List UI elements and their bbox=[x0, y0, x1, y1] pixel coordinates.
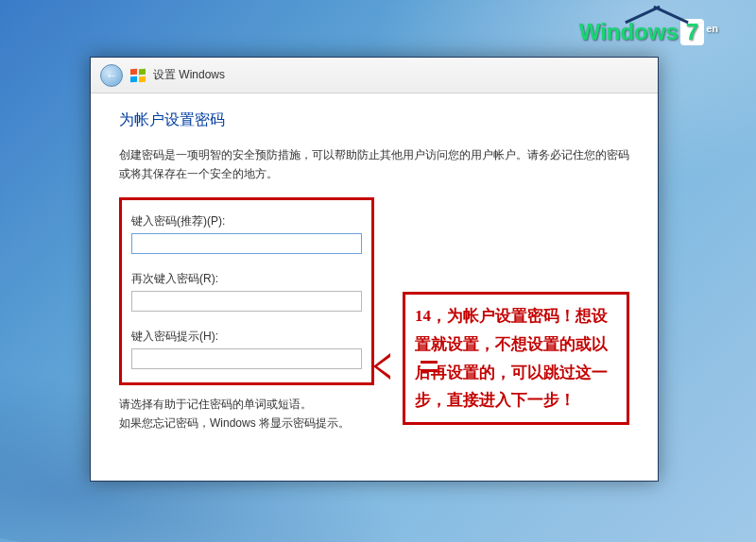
watermark-brand-suffix: en bbox=[706, 23, 718, 34]
confirm-password-input[interactable] bbox=[131, 291, 362, 312]
arrow-left-icon: ← bbox=[106, 68, 118, 82]
password-hint-label: 键入密码提示(H): bbox=[131, 329, 362, 345]
annotation-callout: 14，为帐户设置密码！想设置就设置，不想设置的或以后再设置的，可以跳过这一步，直… bbox=[403, 292, 629, 425]
window-content: 为帐户设置密码 创建密码是一项明智的安全预防措施，可以帮助防止其他用户访问您的用… bbox=[91, 93, 658, 481]
page-description: 创建密码是一项明智的安全预防措施，可以帮助防止其他用户访问您的用户帐户。请务必记… bbox=[119, 145, 629, 184]
windows-flag-icon bbox=[130, 69, 146, 82]
callout-text: 14，为帐户设置密码！想设置就设置，不想设置的或以后再设置的，可以跳过这一步，直… bbox=[415, 307, 608, 409]
password-hint-input[interactable] bbox=[131, 348, 362, 369]
password-input[interactable] bbox=[131, 233, 362, 254]
arrow-left-icon bbox=[373, 353, 390, 380]
confirm-password-label: 再次键入密码(R): bbox=[131, 271, 362, 287]
password-label: 键入密码(推荐)(P): bbox=[131, 213, 362, 229]
back-button[interactable]: ← bbox=[100, 64, 123, 87]
page-heading: 为帐户设置密码 bbox=[119, 110, 629, 130]
password-form-highlight: 键入密码(推荐)(P): 再次键入密码(R): 键入密码提示(H): bbox=[119, 197, 374, 385]
watermark-brand-pre: Windows bbox=[579, 19, 679, 45]
site-watermark: Windows7en bbox=[579, 19, 718, 45]
watermark-roof-icon bbox=[624, 8, 690, 21]
window-title: 设置 Windows bbox=[153, 67, 225, 83]
watermark-brand-num: 7 bbox=[680, 19, 704, 45]
arrow-stem bbox=[421, 361, 438, 372]
setup-window: ← 设置 Windows 为帐户设置密码 创建密码是一项明智的安全预防措施，可以… bbox=[90, 57, 659, 482]
window-titlebar: ← 设置 Windows bbox=[91, 58, 658, 93]
